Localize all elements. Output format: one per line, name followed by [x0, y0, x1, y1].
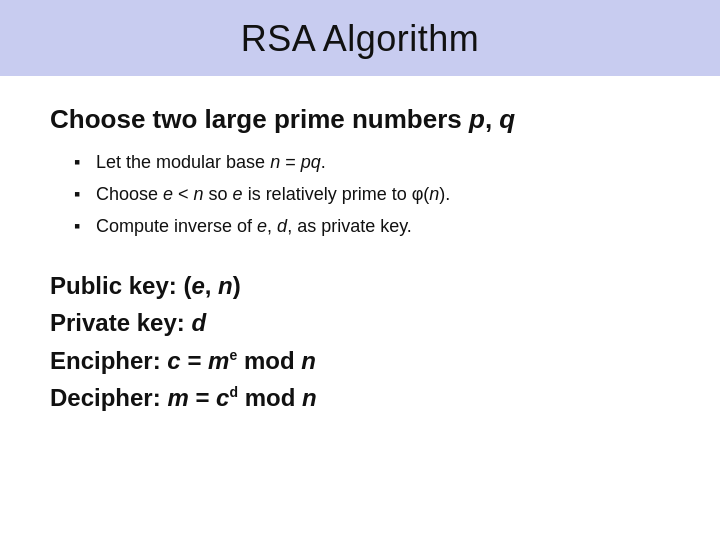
- bullet-text-2: Choose e < n so e is relatively prime to…: [96, 181, 450, 207]
- title-bar: RSA Algorithm: [0, 0, 720, 76]
- encipher-label: Encipher: c = me mod n: [50, 347, 316, 374]
- key-line-decipher: Decipher: m = cd mod n: [50, 379, 670, 416]
- private-key-label: Private key: d: [50, 309, 206, 336]
- bullet-marker-2: ▪: [74, 181, 92, 207]
- bullet-item-2: ▪ Choose e < n so e is relatively prime …: [74, 181, 670, 207]
- public-key-label: Public key: (e, n): [50, 272, 241, 299]
- bullet-marker-1: ▪: [74, 149, 92, 175]
- slide: RSA Algorithm Choose two large prime num…: [0, 0, 720, 540]
- key-line-public: Public key: (e, n): [50, 267, 670, 304]
- slide-title: RSA Algorithm: [241, 18, 480, 59]
- key-line-encipher: Encipher: c = me mod n: [50, 342, 670, 379]
- decipher-label: Decipher: m = cd mod n: [50, 384, 317, 411]
- section-heading: Choose two large prime numbers p, q: [50, 104, 670, 135]
- key-line-private: Private key: d: [50, 304, 670, 341]
- bullet-item-3: ▪ Compute inverse of e, d, as private ke…: [74, 213, 670, 239]
- bullet-item-1: ▪ Let the modular base n = pq.: [74, 149, 670, 175]
- bullet-marker-3: ▪: [74, 213, 92, 239]
- bullet-text-3: Compute inverse of e, d, as private key.: [96, 213, 412, 239]
- bullet-text-1: Let the modular base n = pq.: [96, 149, 326, 175]
- key-section: Public key: (e, n) Private key: d Enciph…: [50, 267, 670, 416]
- slide-content: Choose two large prime numbers p, q ▪ Le…: [0, 76, 720, 540]
- bullet-list: ▪ Let the modular base n = pq. ▪ Choose …: [74, 149, 670, 239]
